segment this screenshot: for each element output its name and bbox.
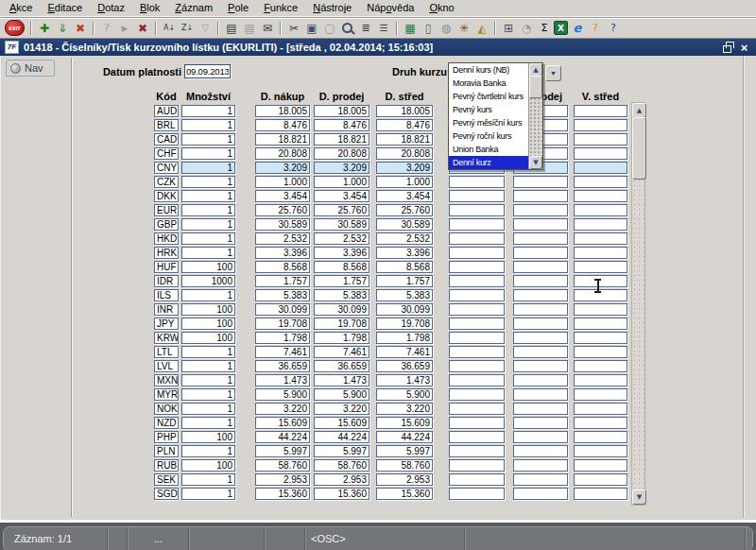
scroll-up-button[interactable]: ▲ (632, 103, 646, 118)
menu-item-zaznam[interactable]: Záznam (167, 1, 220, 15)
value-cell[interactable]: 1 (181, 445, 235, 457)
value-cell[interactable]: 18.821 (376, 133, 433, 146)
code-cell-huf[interactable]: HUF (154, 261, 179, 273)
value-cell[interactable] (449, 303, 505, 316)
value-cell[interactable]: 8.568 (376, 261, 433, 273)
value-cell[interactable]: 1.000 (376, 176, 433, 188)
value-cell[interactable]: 1 (181, 388, 235, 401)
tree-view-icon[interactable]: ☰ (375, 21, 392, 36)
value-cell[interactable]: 1 (181, 289, 235, 301)
value-cell[interactable]: 3.209 (314, 162, 369, 174)
clipboard-transfer-icon[interactable]: ▦ (402, 21, 419, 36)
value-cell[interactable]: 1 (181, 133, 235, 146)
value-cell[interactable] (513, 417, 568, 429)
code-cell-pln[interactable]: PLN (154, 445, 179, 457)
value-cell[interactable] (513, 204, 568, 216)
value-cell[interactable] (513, 261, 568, 273)
menu-item-funkce[interactable]: Funkce (256, 1, 305, 15)
value-cell[interactable]: 20.808 (314, 147, 369, 160)
code-cell-jpy[interactable]: JPY (154, 318, 179, 330)
table-scrollbar[interactable]: ▲ ▼ (631, 102, 645, 506)
value-cell[interactable]: 30.589 (255, 218, 310, 231)
value-cell[interactable]: 1 (181, 176, 235, 188)
value-cell[interactable] (574, 261, 627, 273)
value-cell[interactable]: 3.454 (376, 190, 433, 202)
value-cell[interactable] (513, 488, 568, 500)
value-cell[interactable]: 58.760 (314, 459, 369, 472)
value-cell[interactable] (513, 318, 568, 330)
code-cell-inr[interactable]: INR (154, 303, 179, 316)
value-cell[interactable]: 1.798 (376, 332, 433, 344)
value-cell[interactable] (449, 431, 505, 443)
value-cell[interactable]: 36.659 (314, 360, 369, 372)
value-cell[interactable] (574, 176, 627, 188)
code-cell-gbp[interactable]: GBP (154, 218, 179, 231)
value-cell[interactable]: 58.760 (255, 459, 310, 472)
menu-item-dotaz[interactable]: Dotaz (90, 1, 132, 15)
find-icon[interactable] (339, 21, 356, 36)
value-cell[interactable]: 1 (181, 360, 235, 372)
value-cell[interactable] (574, 360, 627, 372)
value-cell[interactable]: 25.760 (314, 204, 369, 216)
dropdown-option-denni-kurs-nb[interactable]: Denní kurs (NB) (449, 63, 528, 77)
value-cell[interactable]: 30.099 (255, 303, 310, 316)
value-cell[interactable] (513, 360, 568, 372)
value-cell[interactable] (574, 346, 627, 358)
value-cell[interactable]: 1.757 (376, 275, 433, 287)
value-cell[interactable]: 18.821 (255, 133, 310, 146)
value-cell[interactable]: 2.953 (314, 473, 369, 486)
code-cell-ils[interactable]: ILS (154, 289, 179, 301)
value-cell[interactable]: 100 (181, 318, 235, 330)
dropdown-scrollbar[interactable]: ▲ ▼ (528, 63, 542, 169)
scrollbar-thumb[interactable] (632, 117, 646, 180)
value-cell[interactable]: 1 (181, 346, 235, 358)
sort-ascending-icon[interactable]: A↓ (161, 21, 178, 36)
code-cell-brl[interactable]: BRL (154, 119, 179, 131)
sum-icon[interactable]: Σ (536, 21, 553, 36)
value-cell[interactable] (513, 218, 568, 231)
code-cell-lvl[interactable]: LVL (154, 360, 179, 372)
value-cell[interactable] (513, 403, 568, 415)
value-cell[interactable] (449, 232, 505, 245)
value-cell[interactable]: 2.532 (255, 232, 310, 245)
sort-descending-icon[interactable]: Z↓ (179, 21, 196, 36)
value-cell[interactable] (574, 105, 627, 117)
value-cell[interactable]: 18.005 (255, 105, 310, 117)
value-cell[interactable]: 1.000 (255, 176, 310, 188)
dropdown-option-union-banka[interactable]: Union Banka (449, 143, 528, 156)
paste-icon[interactable]: ▣ (303, 21, 320, 36)
value-cell[interactable]: 44.224 (314, 431, 369, 443)
value-cell[interactable]: 15.609 (255, 417, 310, 429)
value-cell[interactable] (574, 204, 627, 216)
wheel-icon[interactable]: ✳ (455, 21, 472, 36)
value-cell[interactable]: 3.454 (255, 190, 310, 202)
clock-icon[interactable]: ◔ (518, 21, 535, 36)
value-cell[interactable]: 100 (181, 332, 235, 344)
value-cell[interactable]: 1.473 (314, 374, 369, 387)
value-cell[interactable] (449, 374, 505, 387)
value-cell[interactable] (449, 346, 505, 358)
value-cell[interactable] (449, 488, 505, 500)
value-cell[interactable] (574, 318, 627, 330)
menu-item-editace[interactable]: Editace (40, 1, 90, 15)
value-cell[interactable]: 3.396 (314, 247, 369, 259)
value-cell[interactable] (513, 289, 568, 301)
value-cell[interactable] (574, 431, 627, 443)
delete-record-icon[interactable]: ✖ (72, 21, 89, 36)
value-cell[interactable]: 3.209 (376, 162, 433, 174)
code-cell-cny[interactable]: CNY (154, 162, 179, 174)
value-cell[interactable]: 44.224 (255, 431, 310, 443)
copy-icon[interactable]: ▢ (321, 21, 338, 36)
value-cell[interactable] (574, 473, 627, 486)
value-cell[interactable]: 1 (181, 232, 235, 245)
value-cell[interactable]: 7.461 (255, 346, 310, 358)
value-cell[interactable] (449, 459, 505, 472)
cut-icon[interactable]: ✂ (285, 21, 302, 36)
value-cell[interactable]: 8.476 (314, 119, 369, 131)
value-cell[interactable]: 5.997 (376, 445, 433, 457)
value-cell[interactable]: 1 (181, 162, 235, 174)
code-cell-rub[interactable]: RUB (154, 459, 179, 472)
value-cell[interactable]: 3.220 (376, 403, 433, 415)
value-cell[interactable]: 20.808 (376, 147, 433, 160)
restore-window-button[interactable] (720, 42, 734, 54)
